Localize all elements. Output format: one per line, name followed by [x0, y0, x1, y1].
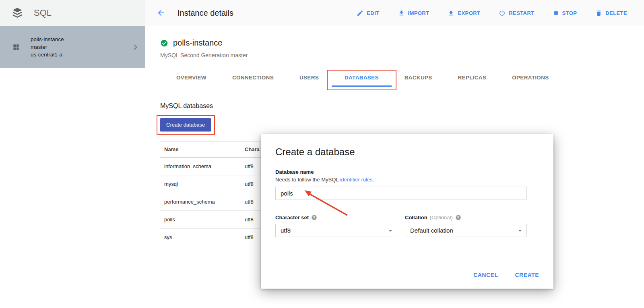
create-database-dialog: Create a database Database name Needs to…	[261, 134, 553, 289]
product-name: SQL	[34, 8, 52, 18]
db-name-cell: sys	[160, 229, 241, 246]
dialog-title: Create a database	[275, 146, 539, 158]
dialog-actions: CANCEL CREATE	[473, 272, 539, 278]
stop-button[interactable]: STOP	[553, 10, 577, 17]
db-name-cell: information_schema	[160, 158, 241, 175]
db-name-cell: performance_schema	[160, 193, 241, 211]
edit-button[interactable]: EDIT	[357, 10, 379, 17]
stop-square-icon	[553, 10, 559, 16]
tab-backups[interactable]: BACKUPS	[392, 69, 445, 87]
tab-bar: OVERVIEW CONNECTIONS USERS DATABASES BAC…	[146, 69, 644, 87]
database-name-help: Needs to follow the MySQL identifier rul…	[275, 177, 539, 183]
top-bar: SQL Instance details EDIT IMPORT	[0, 0, 644, 26]
instance-header: polls-instance	[160, 38, 644, 48]
page-title: Instance details	[178, 8, 233, 18]
character-set-field: Character set utf8	[275, 214, 397, 237]
tab-users[interactable]: USERS	[287, 69, 332, 87]
create-button[interactable]: CREATE	[515, 272, 539, 278]
tab-replicas[interactable]: REPLICAS	[445, 69, 500, 87]
export-button[interactable]: EXPORT	[448, 10, 480, 17]
restart-button[interactable]: RESTART	[499, 10, 534, 17]
tab-operations[interactable]: OPERATIONS	[499, 69, 561, 87]
dropdown-arrow-icon	[516, 227, 524, 235]
database-name-label: Database name	[275, 169, 539, 175]
instance-title: polls-instance	[173, 38, 222, 48]
cancel-button[interactable]: CANCEL	[473, 272, 498, 278]
collation-optional-label: (Optional)	[430, 214, 453, 221]
check-circle-icon	[160, 39, 168, 47]
tab-connections[interactable]: CONNECTIONS	[219, 69, 287, 87]
trash-icon	[595, 10, 602, 17]
power-icon	[499, 10, 506, 17]
column-header-name: Name	[160, 142, 241, 158]
sidebar-instance-text: polls-instance master us-central1-a	[31, 35, 121, 58]
sidebar-instance-zone: us-central1-a	[31, 51, 121, 58]
sidebar-instance-item[interactable]: polls-instance master us-central1-a	[0, 26, 145, 68]
cloud-sql-console: SQL Instance details EDIT IMPORT	[0, 0, 644, 308]
identifier-rules-link[interactable]: identifier rules	[340, 177, 373, 183]
dialog-fields-row: Character set utf8 Collation (Optional)	[275, 214, 539, 237]
create-database-wrap: Create database	[160, 118, 211, 131]
character-set-help-icon[interactable]	[311, 214, 317, 221]
header-actions: EDIT IMPORT EXPORT RESTART STOP	[357, 10, 627, 17]
import-button[interactable]: IMPORT	[398, 10, 429, 17]
page-header: Instance details EDIT IMPORT EXPORT REST…	[145, 0, 644, 26]
character-set-select[interactable]: utf8	[275, 224, 397, 237]
edit-pencil-icon	[357, 10, 363, 17]
grid-icon	[12, 43, 20, 51]
sidebar-instance-name: polls-instance	[31, 35, 121, 43]
collation-help-icon[interactable]	[455, 214, 461, 221]
character-set-label: Character set	[275, 214, 309, 221]
delete-button[interactable]: DELETE	[595, 10, 627, 17]
dropdown-arrow-icon	[386, 227, 394, 235]
create-database-button[interactable]: Create database	[160, 118, 211, 131]
collation-label: Collation	[405, 214, 427, 221]
db-name-cell: mysql	[160, 175, 241, 193]
export-upload-icon	[448, 10, 454, 17]
collation-select[interactable]: Default collation	[405, 224, 527, 237]
tab-databases[interactable]: DATABASES	[332, 69, 392, 87]
cloud-sql-home[interactable]: SQL	[0, 0, 145, 26]
tab-overview[interactable]: OVERVIEW	[163, 69, 219, 87]
sidebar-instance-role: master	[31, 43, 121, 51]
section-heading: MySQL databases	[160, 102, 644, 110]
instance-subtitle: MySQL Second Generation master	[160, 52, 644, 58]
cloud-sql-logo-icon	[11, 7, 23, 19]
sidebar: polls-instance master us-central1-a	[0, 26, 145, 308]
collation-field: Collation (Optional) Default collation	[405, 214, 527, 237]
back-arrow-icon	[157, 8, 165, 17]
back-button[interactable]	[157, 8, 165, 17]
database-name-input[interactable]	[275, 187, 527, 200]
chevron-right-icon	[131, 43, 139, 51]
import-download-icon	[398, 10, 405, 17]
db-name-cell: polls	[160, 211, 241, 229]
